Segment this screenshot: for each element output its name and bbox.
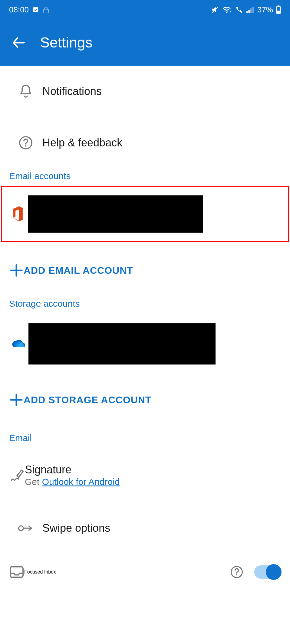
email-section-header: Email xyxy=(0,426,290,448)
redacted-email xyxy=(28,195,203,233)
inbox-icon xyxy=(9,565,24,579)
help-circle-icon[interactable] xyxy=(230,565,243,579)
status-bar-right: + 1 37% xyxy=(211,5,281,15)
svg-point-15 xyxy=(19,526,24,531)
mute-icon xyxy=(211,6,219,14)
swipe-icon xyxy=(9,523,42,533)
storage-accounts-header: Storage accounts xyxy=(0,296,290,314)
svg-point-14 xyxy=(25,145,26,146)
wifi-icon: + xyxy=(222,6,231,13)
notifications-item[interactable]: Notifications xyxy=(0,66,290,117)
top-items: Notifications Help & feedback xyxy=(0,66,290,168)
svg-rect-12 xyxy=(277,11,280,13)
svg-rect-16 xyxy=(10,567,23,577)
office-icon xyxy=(10,205,25,222)
signal-icon xyxy=(246,6,254,13)
onedrive-icon xyxy=(9,338,27,350)
signature-icon xyxy=(9,468,25,482)
signature-title: Signature xyxy=(25,463,120,476)
add-storage-label: ADD STORAGE ACCOUNT xyxy=(24,394,152,406)
signature-item[interactable]: Signature Get Outlook for Android xyxy=(0,448,290,502)
help-circle-icon xyxy=(9,136,42,150)
svg-rect-8 xyxy=(250,8,252,13)
lock-icon xyxy=(43,6,49,14)
highlight-box xyxy=(1,186,289,242)
email-account-row[interactable] xyxy=(2,187,288,241)
bell-icon xyxy=(9,83,42,99)
svg-rect-6 xyxy=(246,11,248,13)
svg-rect-7 xyxy=(248,10,249,13)
notifications-label: Notifications xyxy=(42,85,102,98)
svg-point-3 xyxy=(226,12,228,13)
storage-account-row[interactable] xyxy=(0,314,290,374)
signature-subtitle: Get Outlook for Android xyxy=(25,477,120,487)
svg-point-18 xyxy=(236,574,237,576)
status-bar: 08:00 + 1 37% xyxy=(0,0,290,19)
svg-text:+: + xyxy=(230,10,231,13)
battery-icon xyxy=(276,5,281,14)
redacted-storage xyxy=(28,323,216,364)
email-accounts-header: Email accounts xyxy=(0,168,290,186)
outlook-android-link[interactable]: Outlook for Android xyxy=(42,477,120,487)
swipe-options-item[interactable]: Swipe options xyxy=(0,502,290,554)
plus-icon xyxy=(9,263,24,278)
svg-rect-9 xyxy=(252,7,253,13)
signature-sub-prefix: Get xyxy=(25,477,42,487)
focused-inbox-item[interactable]: Focused Inbox xyxy=(0,554,290,590)
status-time: 08:00 xyxy=(9,5,29,15)
add-email-account-button[interactable]: ADD EMAIL ACCOUNT xyxy=(0,245,290,296)
add-email-label: ADD EMAIL ACCOUNT xyxy=(24,265,133,276)
wifi-calling-icon: 1 xyxy=(234,6,243,13)
focused-inbox-label: Focused Inbox xyxy=(24,569,56,575)
help-feedback-label: Help & feedback xyxy=(42,136,122,149)
page-title: Settings xyxy=(40,34,92,51)
back-button[interactable] xyxy=(11,35,27,51)
download-complete-icon xyxy=(32,6,39,13)
swipe-options-label: Swipe options xyxy=(42,522,110,534)
app-bar: Settings xyxy=(0,19,290,66)
focused-inbox-toggle[interactable] xyxy=(254,565,281,579)
plus-icon xyxy=(9,393,24,407)
svg-text:1: 1 xyxy=(240,10,242,13)
help-feedback-item[interactable]: Help & feedback xyxy=(0,117,290,168)
add-storage-account-button[interactable]: ADD STORAGE ACCOUNT xyxy=(0,374,290,426)
status-bar-left: 08:00 xyxy=(9,5,49,15)
battery-pct: 37% xyxy=(257,5,273,15)
svg-rect-1 xyxy=(44,9,48,13)
svg-rect-11 xyxy=(278,5,279,6)
